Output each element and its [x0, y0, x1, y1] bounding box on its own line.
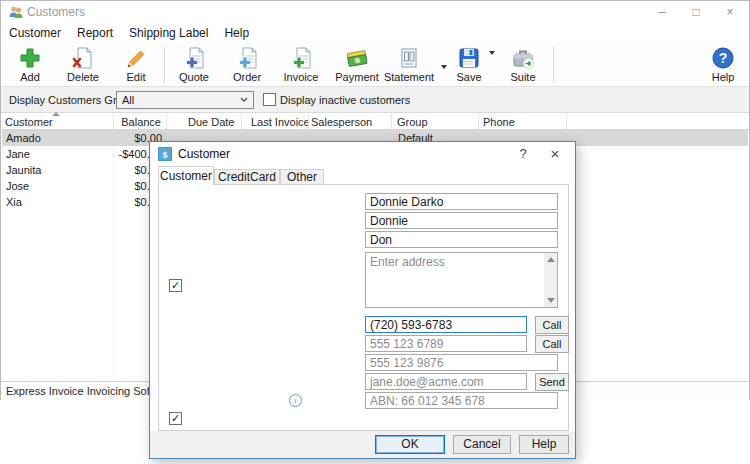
column-header-due-date[interactable]: Due Date	[188, 116, 234, 128]
mailing-address-checkbox[interactable]: ✓	[169, 279, 182, 292]
contact-person-input[interactable]	[365, 212, 558, 229]
close-button[interactable]: ×	[713, 1, 747, 23]
call-alternative-button[interactable]: Call	[535, 335, 569, 353]
invoice-button[interactable]: Invoice	[275, 46, 327, 86]
table-header: Customer Balance Due Date Last Invoice S…	[1, 113, 749, 130]
window-title: Customers	[27, 5, 85, 19]
invoice-document-icon	[289, 46, 313, 70]
display-inactive-label: Display inactive customers	[280, 94, 410, 106]
call-primary-button[interactable]: Call	[535, 316, 569, 334]
toolbar-separator	[164, 47, 165, 83]
dialog-titlebar: $ Customer ? ×	[150, 142, 575, 166]
send-email-button[interactable]: Send	[535, 373, 569, 391]
customers-group-select[interactable]: All	[116, 91, 254, 109]
phone-primary-input[interactable]	[365, 316, 527, 333]
phone-alternative-input[interactable]	[365, 335, 527, 352]
ok-button[interactable]: OK	[375, 435, 445, 454]
menu-shipping-label[interactable]: Shipping Label	[121, 23, 216, 43]
screen: Customers – □ × Customer Report Shipping…	[0, 0, 750, 464]
display-inactive-checkbox[interactable]	[263, 93, 276, 106]
menu-bar: Customer Report Shipping Label Help	[1, 23, 749, 43]
column-header-salesperson[interactable]: Salesperson	[311, 116, 372, 128]
edit-pencil-icon	[124, 46, 148, 70]
filter-bar: Display Customers Group: All Display ina…	[1, 87, 749, 113]
delete-button[interactable]: Delete	[59, 46, 107, 86]
address-textarea[interactable]	[365, 252, 558, 308]
customers-app-icon	[8, 5, 24, 20]
tab-customer[interactable]: Customer	[158, 166, 214, 185]
tab-other[interactable]: Other	[280, 169, 324, 185]
column-header-customer[interactable]: Customer	[5, 116, 53, 128]
chevron-down-icon	[240, 97, 248, 103]
quote-button[interactable]: Quote	[171, 46, 217, 86]
column-header-group[interactable]: Group	[397, 116, 428, 128]
order-document-icon	[235, 46, 259, 70]
save-dropdown-arrow-icon[interactable]	[489, 51, 495, 55]
cancel-button[interactable]: Cancel	[453, 435, 511, 454]
suite-briefcase-icon	[511, 46, 535, 70]
svg-text:?: ?	[719, 50, 728, 66]
dialog-close-button[interactable]: ×	[542, 142, 568, 166]
add-plus-icon	[18, 46, 42, 70]
toolbar: Add Delete Edit	[1, 43, 749, 87]
add-button[interactable]: Add	[9, 46, 51, 86]
statement-button[interactable]: Statement	[383, 46, 435, 86]
dialog-help-button[interactable]: ?	[510, 142, 536, 166]
window-controls: – □ ×	[645, 1, 747, 23]
customer-dialog: $ Customer ? × Customer CreditCard Other…	[149, 141, 576, 459]
column-header-last-invoice[interactable]: Last Invoice	[251, 116, 310, 128]
fax-input[interactable]	[365, 354, 558, 371]
toolbar-separator	[553, 47, 554, 83]
info-icon: i	[289, 394, 302, 407]
menu-report[interactable]: Report	[69, 23, 121, 43]
scroll-up-icon[interactable]	[547, 257, 555, 262]
checkmark-icon: ✓	[171, 412, 180, 424]
customer-active-checkbox[interactable]: ✓	[169, 412, 182, 425]
delete-document-icon	[71, 46, 95, 70]
quote-document-icon	[182, 46, 206, 70]
statement-document-icon	[397, 46, 421, 70]
window-titlebar: Customers – □ ×	[1, 1, 749, 23]
contact-first-name-input[interactable]	[365, 231, 558, 248]
menu-customer[interactable]: Customer	[1, 23, 69, 43]
help-button[interactable]: ? Help	[701, 46, 745, 86]
suite-button[interactable]: Suite	[501, 46, 545, 86]
maximize-button[interactable]: □	[679, 1, 713, 23]
save-floppy-icon	[457, 46, 481, 70]
address-scrollbar[interactable]	[544, 253, 557, 307]
scroll-down-icon[interactable]	[547, 298, 555, 303]
statement-dropdown-arrow-icon[interactable]	[441, 65, 447, 69]
additional-info-input[interactable]	[365, 392, 558, 409]
minimize-button[interactable]: –	[645, 1, 679, 23]
sort-ascending-icon	[52, 112, 60, 116]
dialog-button-strip	[150, 431, 575, 458]
customer-name-input[interactable]	[365, 193, 558, 210]
save-button[interactable]: Save	[449, 46, 489, 86]
menu-help[interactable]: Help	[216, 23, 257, 43]
order-button[interactable]: Order	[223, 46, 271, 86]
checkmark-icon: ✓	[171, 279, 180, 291]
customer-dialog-icon: $	[158, 147, 172, 161]
edit-button[interactable]: Edit	[113, 46, 159, 86]
column-header-phone[interactable]: Phone	[483, 116, 515, 128]
dialog-help-bottom-button[interactable]: Help	[519, 435, 569, 454]
column-header-balance[interactable]: Balance	[113, 116, 161, 128]
help-question-icon: ?	[711, 46, 735, 70]
email-input[interactable]	[365, 373, 527, 390]
tab-creditcard[interactable]: CreditCard	[214, 169, 280, 185]
payment-money-icon	[345, 46, 369, 70]
dialog-title: Customer	[178, 147, 230, 161]
payment-button[interactable]: Payment	[329, 46, 385, 86]
svg-text:$: $	[162, 150, 167, 160]
